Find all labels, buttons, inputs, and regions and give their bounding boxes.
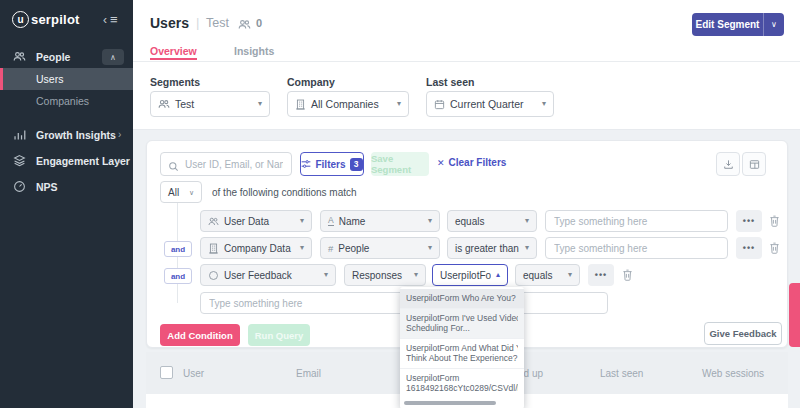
sidebar-item-companies[interactable]: Companies <box>0 90 133 112</box>
form-select-value: UserpilotForm <box>440 270 491 281</box>
chevron-down-icon <box>397 100 401 108</box>
trash-icon[interactable] <box>769 242 780 254</box>
sidebar-item-engagement-layer[interactable]: Engagement Layer <box>0 150 133 172</box>
layers-icon <box>13 154 26 167</box>
match-select[interactable]: All <box>160 181 202 203</box>
chevron-down-icon[interactable] <box>763 13 784 36</box>
clear-filters-label: Clear Filters <box>449 157 507 168</box>
sidebar-item-growth-insights[interactable]: Growth Insights <box>0 124 133 146</box>
download-icon <box>723 159 734 170</box>
sidebar-item-label: NPS <box>36 181 58 193</box>
sidebar-item-nps[interactable]: NPS <box>0 176 133 198</box>
column-header-user: User <box>183 368 204 379</box>
sidebar-collapse-button[interactable]: ‹≡ <box>103 12 118 27</box>
building-icon <box>295 99 306 110</box>
condition-type-select[interactable]: User Data <box>200 210 312 232</box>
company-label: Company <box>287 76 335 88</box>
sidebar-item-label: Companies <box>36 95 89 107</box>
tab-insights[interactable]: Insights <box>234 45 274 57</box>
select-all-checkbox[interactable] <box>160 366 173 379</box>
condition-type-select[interactable]: User Feedback <box>200 264 336 286</box>
tab-active-underline <box>150 58 197 60</box>
dropdown-option[interactable]: UserpilotForm Who Are You? <box>400 289 524 309</box>
table-columns-icon <box>749 159 760 170</box>
segment-name: Test <box>206 16 229 30</box>
people-icon <box>238 17 251 35</box>
clear-filters-button[interactable]: ✕ Clear Filters <box>437 157 506 168</box>
x-icon: ✕ <box>437 158 445 168</box>
condition-value-input[interactable] <box>545 210 728 232</box>
chevron-up-icon <box>496 271 500 279</box>
condition-field-select[interactable]: Responses <box>344 264 426 286</box>
company-select[interactable]: All Companies <box>287 91 409 117</box>
dropdown-option[interactable]: UserpilotForm 1618492168cYtc0289/CSVdl/l… <box>400 369 524 398</box>
option-text: Scheduling For... <box>406 323 518 334</box>
trash-icon[interactable] <box>622 269 633 281</box>
sidebar-item-label: Engagement Layer <box>36 155 130 167</box>
condition-field-select[interactable]: # People <box>320 237 440 259</box>
run-query-button[interactable]: Run Query <box>248 324 310 346</box>
connector-badge: and <box>164 241 192 257</box>
chevron-down-icon <box>568 271 572 279</box>
gauge-icon <box>13 180 26 193</box>
chevron-down-icon <box>525 217 529 225</box>
chevron-down-icon <box>189 189 194 196</box>
more-options-button[interactable] <box>736 237 762 259</box>
chevron-right-icon <box>118 129 121 140</box>
people-icon <box>208 216 219 227</box>
option-text: UserpilotForm Who Are You? <box>406 293 518 304</box>
tab-overview[interactable]: Overview <box>150 45 197 57</box>
chevron-left-icon: ‹ <box>103 13 107 27</box>
hash-icon: # <box>328 243 333 254</box>
export-button[interactable] <box>716 152 740 176</box>
sidebar-item-people[interactable]: People <box>0 46 133 68</box>
segments-select[interactable]: Test <box>150 91 270 117</box>
chevron-down-icon <box>414 271 418 279</box>
chevron-down-icon <box>428 217 432 225</box>
sliders-icon <box>301 159 311 169</box>
trash-icon[interactable] <box>769 215 780 227</box>
give-feedback-label: Give Feedback <box>709 328 776 339</box>
more-options-button[interactable] <box>588 264 614 286</box>
logo-text: serpilot <box>31 12 80 27</box>
condition-field-select[interactable]: A Name <box>320 210 440 232</box>
edit-segment-button[interactable]: Edit Segment <box>692 13 784 36</box>
chevron-down-icon <box>525 244 529 252</box>
sidebar: u serpilot ‹≡ People Users Companies Gro… <box>0 0 133 408</box>
condition-operator-value: equals <box>455 216 484 227</box>
filters-label: Filters <box>315 159 345 170</box>
condition-operator-select[interactable]: equals <box>447 210 537 232</box>
calendar-icon <box>434 99 445 110</box>
chevron-down-icon <box>428 244 432 252</box>
option-text: UserpilotForm And What Did You <box>406 343 518 354</box>
condition-operator-select[interactable]: is greater than <box>447 237 537 259</box>
columns-button[interactable] <box>742 152 766 176</box>
option-text: UserpilotForm <box>406 373 518 384</box>
last-seen-value: Current Quarter <box>450 98 524 110</box>
filters-count-badge: 3 <box>350 158 363 171</box>
collapse-people-button[interactable] <box>102 49 124 65</box>
save-segment-button[interactable]: Save Segment <box>371 152 429 176</box>
add-condition-button[interactable]: Add Condition <box>160 324 240 346</box>
condition-operator-value: is greater than <box>455 243 519 254</box>
column-header-email: Email <box>296 368 321 379</box>
dropdown-option[interactable]: UserpilotForm I've Used Video Scheduling… <box>400 309 524 339</box>
last-seen-select[interactable]: Current Quarter <box>426 91 554 117</box>
sidebar-item-users[interactable]: Users <box>0 68 133 90</box>
condition-operator-select[interactable]: equals <box>515 264 580 286</box>
people-icon <box>158 98 170 110</box>
give-feedback-button[interactable]: Give Feedback <box>704 322 782 345</box>
condition-type-select[interactable]: Company Data <box>200 237 312 259</box>
filters-button[interactable]: Filters 3 <box>300 152 364 176</box>
feedback-side-tab[interactable] <box>789 283 800 347</box>
column-header-web-sessions: Web sessions <box>702 368 764 379</box>
condition-value-input[interactable] <box>545 237 728 259</box>
dropdown-option[interactable]: UserpilotForm And What Did You Think Abo… <box>400 339 524 369</box>
match-value: All <box>168 187 179 198</box>
horizontal-scrollbar[interactable] <box>404 401 496 405</box>
condition-field-value: People <box>338 243 369 254</box>
more-options-button[interactable] <box>736 210 762 232</box>
search-input[interactable] <box>160 152 292 176</box>
form-select[interactable]: UserpilotForm <box>432 264 508 286</box>
bar-chart-icon <box>13 128 26 141</box>
